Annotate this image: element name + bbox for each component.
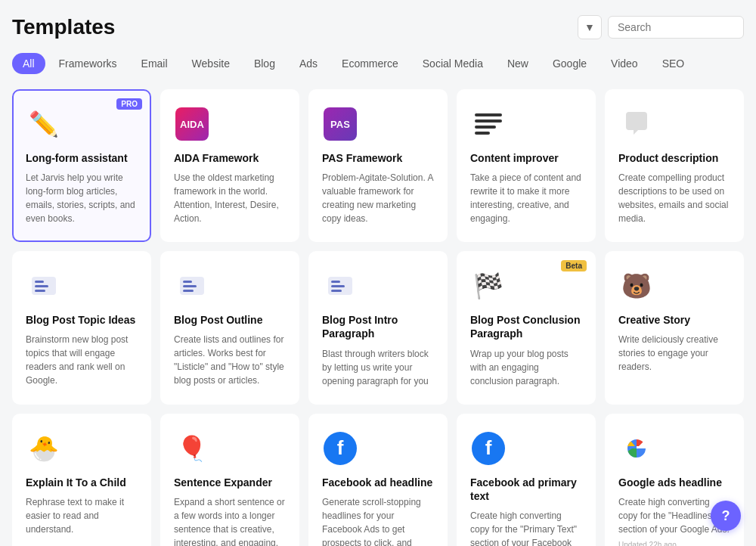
card-title-blog-intro: Blog Post Intro Paragraph	[322, 313, 434, 340]
template-card-facebook-primary[interactable]: f Facebook ad primary text Create high c…	[457, 414, 596, 546]
card-icon-facebook-primary: f	[470, 430, 507, 467]
card-desc-explain-child: Rephrase text to make it easier to read …	[26, 495, 138, 536]
tab-new[interactable]: New	[497, 53, 539, 74]
tab-ecommerce[interactable]: Ecommerce	[331, 53, 409, 74]
card-desc-blog-intro: Blast through writers block by letting u…	[322, 347, 434, 388]
badge-long-form: PRO	[116, 98, 142, 110]
template-card-product-description[interactable]: Product description Create compelling pr…	[605, 89, 744, 242]
card-icon-long-form: ✏️	[26, 106, 62, 142]
tab-social_media[interactable]: Social Media	[412, 53, 494, 74]
template-card-blog-outline[interactable]: Blog Post Outline Create lists and outli…	[160, 251, 299, 404]
help-button[interactable]: ?	[711, 501, 741, 531]
card-desc-blog-outline: Create lists and outlines for articles. …	[174, 333, 286, 387]
page-title: Templates	[12, 15, 115, 39]
card-desc-blog-conclusion: Wrap up your blog posts with an engaging…	[470, 347, 582, 388]
template-card-blog-intro[interactable]: Blog Post Intro Paragraph Blast through …	[308, 251, 448, 404]
tab-email[interactable]: Email	[131, 53, 178, 74]
template-card-facebook-headline[interactable]: f Facebook ad headline Generate scroll-s…	[308, 414, 448, 546]
svg-rect-6	[183, 285, 197, 287]
card-title-blog-conclusion: Blog Post Conclusion Paragraph	[470, 313, 582, 340]
card-title-explain-child: Explain It To a Child	[26, 476, 138, 489]
card-desc-aida: Use the oldest marketing framework in th…	[174, 171, 286, 225]
svg-rect-11	[331, 290, 342, 292]
search-input[interactable]	[608, 16, 744, 39]
templates-grid: PRO ✏️ Long-form assistant Let Jarvis he…	[12, 89, 744, 546]
card-title-product-description: Product description	[618, 151, 730, 165]
tab-video[interactable]: Video	[600, 53, 649, 74]
card-icon-aida: AIDA	[174, 106, 210, 142]
card-icon-google-ads-headline	[618, 430, 655, 467]
card-title-pas: PAS Framework	[322, 151, 434, 165]
card-title-content-improver: Content improver	[470, 151, 582, 165]
card-desc-long-form: Let Jarvis help you write long-form blog…	[26, 171, 138, 225]
template-card-long-form[interactable]: PRO ✏️ Long-form assistant Let Jarvis he…	[12, 89, 151, 242]
card-desc-product-description: Create compelling product descriptions t…	[618, 171, 730, 225]
tab-website[interactable]: Website	[181, 53, 240, 74]
card-icon-product-description	[618, 106, 655, 142]
card-title-blog-topic-ideas: Blog Post Topic Ideas	[26, 313, 138, 327]
filter-button[interactable]: ▼	[578, 15, 602, 39]
card-icon-blog-conclusion: 🏁	[470, 268, 507, 304]
tabs-container: AllFrameworksEmailWebsiteBlogAdsEcommerc…	[12, 53, 744, 74]
filter-icon: ▼	[584, 21, 595, 33]
template-card-aida[interactable]: AIDA AIDA Framework Use the oldest marke…	[160, 89, 299, 242]
card-desc-blog-topic-ideas: Brainstorm new blog post topics that wil…	[26, 333, 138, 387]
template-card-pas[interactable]: PAS PAS Framework Problem-Agitate-Soluti…	[308, 89, 448, 242]
template-card-explain-child[interactable]: 🐣 Explain It To a Child Rephrase text to…	[12, 414, 151, 546]
card-title-facebook-primary: Facebook ad primary text	[470, 476, 582, 503]
card-icon-sentence-expander: 🎈	[174, 430, 210, 467]
svg-rect-7	[183, 290, 194, 292]
svg-rect-5	[183, 281, 192, 283]
card-title-sentence-expander: Sentence Expander	[174, 476, 286, 489]
card-icon-facebook-headline: f	[322, 430, 358, 467]
tab-blog[interactable]: Blog	[243, 53, 286, 74]
tab-ads[interactable]: Ads	[289, 53, 328, 74]
svg-rect-2	[35, 285, 48, 287]
card-icon-blog-topic-ideas	[26, 268, 62, 304]
card-title-long-form: Long-form assistant	[26, 151, 138, 165]
card-updated-google-ads-headline: Updated 22h ago	[618, 541, 730, 546]
card-icon-blog-intro	[322, 268, 358, 304]
tab-seo[interactable]: SEO	[652, 53, 696, 74]
template-card-blog-conclusion[interactable]: Beta 🏁 Blog Post Conclusion Paragraph Wr…	[457, 251, 596, 404]
card-desc-facebook-headline: Generate scroll-stopping headlines for y…	[322, 495, 434, 546]
badge-blog-conclusion: Beta	[561, 260, 587, 271]
tab-all[interactable]: All	[12, 53, 45, 74]
card-desc-facebook-primary: Create high converting copy for the "Pri…	[470, 509, 582, 546]
card-icon-explain-child: 🐣	[26, 430, 62, 467]
card-icon-creative-story: 🐻	[618, 268, 655, 304]
template-card-blog-topic-ideas[interactable]: Blog Post Topic Ideas Brainstorm new blo…	[12, 251, 151, 404]
tab-frameworks[interactable]: Frameworks	[48, 53, 128, 74]
card-icon-blog-outline	[174, 268, 210, 304]
svg-rect-1	[35, 281, 44, 283]
card-desc-pas: Problem-Agitate-Solution. A valuable fra…	[322, 171, 434, 225]
card-desc-sentence-expander: Expand a short sentence or a few words i…	[174, 495, 286, 546]
card-title-google-ads-headline: Google ads headline	[618, 476, 730, 489]
card-desc-creative-story: Write deliciously creative stories to en…	[618, 333, 730, 374]
card-title-aida: AIDA Framework	[174, 151, 286, 165]
tab-google[interactable]: Google	[542, 53, 597, 74]
card-title-facebook-headline: Facebook ad headline	[322, 476, 434, 489]
card-title-creative-story: Creative Story	[618, 313, 730, 327]
card-title-blog-outline: Blog Post Outline	[174, 313, 286, 327]
template-card-content-improver[interactable]: Content improver Take a piece of content…	[457, 89, 596, 242]
template-card-creative-story[interactable]: 🐻 Creative Story Write deliciously creat…	[605, 251, 744, 404]
svg-rect-3	[35, 290, 45, 292]
svg-rect-9	[331, 281, 340, 283]
template-card-sentence-expander[interactable]: 🎈 Sentence Expander Expand a short sente…	[160, 414, 299, 546]
svg-rect-10	[331, 285, 345, 287]
card-icon-content-improver	[470, 106, 507, 142]
card-icon-pas: PAS	[322, 106, 358, 142]
card-desc-content-improver: Take a piece of content and rewrite it t…	[470, 171, 582, 225]
